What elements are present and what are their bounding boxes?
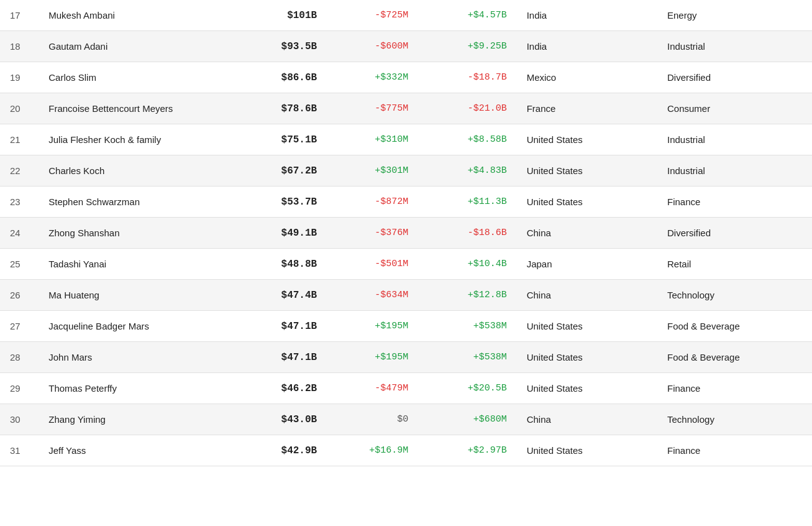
wealth-cell: $47.1B <box>235 342 327 373</box>
industry-cell: Consumer <box>657 93 812 124</box>
wealth-cell: $46.2B <box>235 373 327 404</box>
change-year-cell: +$538M <box>418 311 516 342</box>
country-cell: United States <box>517 124 657 155</box>
change-year-cell: +$11.3B <box>418 187 516 218</box>
change-day-cell: +$310M <box>327 124 418 155</box>
name-cell: Carlos Slim <box>39 62 235 93</box>
rank-cell: 24 <box>0 218 39 249</box>
country-cell: China <box>517 280 657 311</box>
change-year-cell: +$4.57B <box>418 0 516 31</box>
change-day-cell: +$301M <box>327 155 418 187</box>
industry-cell: Industrial <box>657 155 812 187</box>
table-row: 17Mukesh Ambani$101B-$725M+$4.57BIndiaEn… <box>0 0 812 31</box>
name-cell: Francoise Bettencourt Meyers <box>39 93 235 124</box>
change-year-cell: +$8.58B <box>418 124 516 155</box>
name-cell: Thomas Peterffy <box>39 373 235 404</box>
rank-cell: 18 <box>0 31 39 62</box>
change-day-cell: +$195M <box>327 311 418 342</box>
table-row: 20Francoise Bettencourt Meyers$78.6B-$77… <box>0 93 812 124</box>
country-cell: India <box>517 0 657 31</box>
country-cell: France <box>517 93 657 124</box>
table-row: 29Thomas Peterffy$46.2B-$479M+$20.5BUnit… <box>0 373 812 404</box>
industry-cell: Diversified <box>657 62 812 93</box>
rank-cell: 30 <box>0 404 39 435</box>
table-row: 30Zhang Yiming$43.0B$0+$680MChinaTechnol… <box>0 404 812 435</box>
change-year-cell: +$10.4B <box>418 249 516 280</box>
change-year-cell: +$20.5B <box>418 373 516 404</box>
rank-cell: 21 <box>0 124 39 155</box>
table-row: 31Jeff Yass$42.9B+$16.9M+$2.97BUnited St… <box>0 435 812 466</box>
wealth-cell: $67.2B <box>235 155 327 187</box>
name-cell: Charles Koch <box>39 155 235 187</box>
name-cell: Zhong Shanshan <box>39 218 235 249</box>
wealth-cell: $47.4B <box>235 280 327 311</box>
industry-cell: Technology <box>657 280 812 311</box>
industry-cell: Industrial <box>657 31 812 62</box>
wealth-cell: $49.1B <box>235 218 327 249</box>
table-row: 26Ma Huateng$47.4B-$634M+$12.8BChinaTech… <box>0 280 812 311</box>
wealth-cell: $75.1B <box>235 124 327 155</box>
country-cell: United States <box>517 342 657 373</box>
country-cell: China <box>517 404 657 435</box>
change-day-cell: -$775M <box>327 93 418 124</box>
change-day-cell: $0 <box>327 404 418 435</box>
country-cell: United States <box>517 155 657 187</box>
name-cell: Gautam Adani <box>39 31 235 62</box>
table-row: 18Gautam Adani$93.5B-$600M+$9.25BIndiaIn… <box>0 31 812 62</box>
industry-cell: Food & Beverage <box>657 311 812 342</box>
change-day-cell: -$501M <box>327 249 418 280</box>
change-year-cell: +$680M <box>418 404 516 435</box>
name-cell: John Mars <box>39 342 235 373</box>
table-row: 28John Mars$47.1B+$195M+$538MUnited Stat… <box>0 342 812 373</box>
country-cell: United States <box>517 311 657 342</box>
industry-cell: Finance <box>657 187 812 218</box>
rank-cell: 20 <box>0 93 39 124</box>
name-cell: Mukesh Ambani <box>39 0 235 31</box>
change-day-cell: -$376M <box>327 218 418 249</box>
country-cell: United States <box>517 435 657 466</box>
wealth-cell: $101B <box>235 0 327 31</box>
change-year-cell: +$9.25B <box>418 31 516 62</box>
change-day-cell: -$725M <box>327 0 418 31</box>
change-day-cell: +$16.9M <box>327 435 418 466</box>
change-year-cell: +$12.8B <box>418 280 516 311</box>
name-cell: Jeff Yass <box>39 435 235 466</box>
industry-cell: Energy <box>657 0 812 31</box>
country-cell: Japan <box>517 249 657 280</box>
rank-cell: 25 <box>0 249 39 280</box>
industry-cell: Diversified <box>657 218 812 249</box>
name-cell: Jacqueline Badger Mars <box>39 311 235 342</box>
country-cell: United States <box>517 373 657 404</box>
rank-cell: 31 <box>0 435 39 466</box>
change-day-cell: -$479M <box>327 373 418 404</box>
table-row: 19Carlos Slim$86.6B+$332M-$18.7BMexicoDi… <box>0 62 812 93</box>
rank-cell: 28 <box>0 342 39 373</box>
change-year-cell: +$538M <box>418 342 516 373</box>
name-cell: Zhang Yiming <box>39 404 235 435</box>
rank-cell: 26 <box>0 280 39 311</box>
industry-cell: Technology <box>657 404 812 435</box>
wealth-cell: $78.6B <box>235 93 327 124</box>
wealth-cell: $53.7B <box>235 187 327 218</box>
table-row: 21Julia Flesher Koch & family$75.1B+$310… <box>0 124 812 155</box>
wealth-cell: $48.8B <box>235 249 327 280</box>
rank-cell: 29 <box>0 373 39 404</box>
country-cell: United States <box>517 187 657 218</box>
wealth-cell: $86.6B <box>235 62 327 93</box>
name-cell: Ma Huateng <box>39 280 235 311</box>
wealth-cell: $42.9B <box>235 435 327 466</box>
industry-cell: Finance <box>657 373 812 404</box>
name-cell: Tadashi Yanai <box>39 249 235 280</box>
change-year-cell: +$4.83B <box>418 155 516 187</box>
table-row: 22Charles Koch$67.2B+$301M+$4.83BUnited … <box>0 155 812 187</box>
country-cell: India <box>517 31 657 62</box>
change-year-cell: +$2.97B <box>418 435 516 466</box>
change-year-cell: -$18.6B <box>418 218 516 249</box>
industry-cell: Finance <box>657 435 812 466</box>
industry-cell: Industrial <box>657 124 812 155</box>
rank-cell: 22 <box>0 155 39 187</box>
industry-cell: Retail <box>657 249 812 280</box>
rank-cell: 27 <box>0 311 39 342</box>
name-cell: Stephen Schwarzman <box>39 187 235 218</box>
change-day-cell: +$332M <box>327 62 418 93</box>
